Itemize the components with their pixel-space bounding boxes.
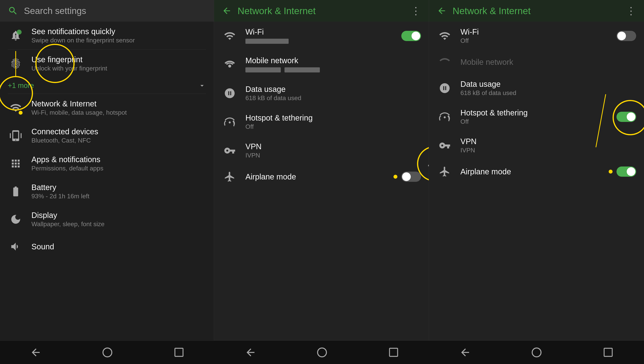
more-link[interactable]: +1 more: [0, 78, 214, 94]
apps-subtitle: Permissions, default apps: [32, 165, 206, 172]
svg-rect-9: [604, 348, 612, 356]
middle-airplane-title: Airplane mode: [246, 172, 394, 181]
middle-airplane-item[interactable]: Airplane mode: [214, 165, 429, 188]
right-vpn-icon: [437, 140, 452, 151]
right-back-button[interactable]: [437, 6, 447, 16]
notifications-title: See notifications quickly: [32, 27, 206, 36]
right-airplane-text: Airplane mode: [460, 167, 609, 176]
network-subtitle: Wi-Fi, mobile, data usage, hotspot: [32, 109, 206, 116]
middle-vpn-title: VPN: [246, 142, 421, 151]
middle-vpn-icon: [222, 145, 238, 156]
right-airplane-icon: [437, 166, 452, 178]
left-recents-button[interactable]: [171, 344, 187, 360]
middle-nav-section: [214, 340, 429, 364]
right-airplane-toggle[interactable]: [616, 166, 636, 177]
middle-vpn-text: VPN IVPN: [246, 142, 421, 159]
left-home-button[interactable]: [100, 344, 115, 360]
fingerprint-subtitle: Unlock with your fingerprint: [32, 65, 206, 72]
right-recents-button[interactable]: [600, 344, 616, 360]
right-data-title: Data usage: [460, 80, 636, 88]
middle-hotspot-text: Hotspot & tethering Off: [246, 114, 421, 130]
left-back-button[interactable]: [28, 344, 44, 360]
middle-wifi-text: Wi-Fi: [246, 28, 401, 44]
right-airplane-item[interactable]: Airplane mode: [429, 160, 644, 183]
middle-airplane-dot: [394, 175, 398, 179]
connected-item[interactable]: Connected devices Bluetooth, Cast, NFC: [0, 122, 214, 150]
middle-back-button[interactable]: [222, 6, 232, 16]
middle-hotspot-title: Hotspot & tethering: [246, 114, 421, 122]
svg-point-4: [103, 348, 112, 357]
right-vpn-item[interactable]: VPN IVPN: [429, 131, 644, 160]
connected-subtitle: Bluetooth, Cast, NFC: [32, 137, 206, 144]
right-vpn-title: VPN: [460, 137, 636, 146]
right-more-button[interactable]: ⋮: [626, 5, 636, 17]
right-wifi-toggle[interactable]: [616, 31, 636, 41]
search-input-placeholder[interactable]: Search settings: [24, 6, 86, 16]
right-network-panel: Network & Internet ⋮ Wi-Fi Off: [429, 0, 644, 340]
middle-recents-button[interactable]: [386, 344, 401, 360]
display-text: Display Wallpaper, sleep, font size: [32, 211, 206, 228]
svg-point-6: [318, 348, 326, 357]
middle-hotspot-icon: [222, 116, 238, 128]
middle-data-subtitle: 618 kB of data used: [246, 94, 421, 102]
right-back-button[interactable]: [457, 344, 473, 360]
middle-hotspot-subtitle: Off: [246, 123, 421, 130]
apps-icon: [8, 156, 24, 172]
right-hotspot-item[interactable]: Hotspot & tethering Off: [429, 102, 644, 131]
middle-wifi-item[interactable]: Wi-Fi: [214, 22, 429, 50]
middle-airplane-text: Airplane mode: [246, 172, 394, 181]
right-home-button[interactable]: [529, 344, 544, 360]
sound-item[interactable]: Sound: [0, 233, 214, 260]
middle-mobile-subtitle: [246, 66, 421, 73]
right-mobile-item[interactable]: Mobile network: [429, 50, 644, 74]
apps-item[interactable]: Apps & notifications Permissions, defaul…: [0, 150, 214, 178]
battery-subtitle: 93% - 2d 1h 16m left: [32, 192, 206, 200]
middle-data-icon: [222, 87, 238, 99]
middle-hotspot-item[interactable]: Hotspot & tethering Off: [214, 108, 429, 136]
battery-title: Battery: [32, 183, 206, 192]
middle-data-item[interactable]: Data usage 618 kB of data used: [214, 79, 429, 108]
middle-more-button[interactable]: ⋮: [411, 5, 421, 17]
battery-item[interactable]: Battery 93% - 2d 1h 16m left: [0, 178, 214, 205]
connected-title: Connected devices: [32, 127, 206, 136]
display-icon: [8, 212, 24, 227]
right-hotspot-subtitle: Off: [460, 118, 616, 125]
right-wifi-icon: [437, 30, 452, 42]
network-item[interactable]: Network & Internet Wi-Fi, mobile, data u…: [0, 94, 214, 122]
notifications-item[interactable]: See notifications quickly Swipe down on …: [0, 22, 214, 50]
wifi-signal-icon: [8, 100, 24, 116]
right-airplane-dot: [609, 170, 612, 174]
middle-wifi-title: Wi-Fi: [246, 28, 401, 36]
middle-wifi-icon: [222, 30, 238, 42]
right-airplane-title: Airplane mode: [460, 167, 609, 176]
apps-text: Apps & notifications Permissions, defaul…: [32, 155, 206, 172]
right-hotspot-toggle[interactable]: [616, 112, 636, 122]
right-mobile-icon: [437, 56, 452, 68]
middle-wifi-toggle[interactable]: [401, 31, 421, 41]
middle-home-button[interactable]: [314, 344, 330, 360]
notification-icon: [8, 28, 24, 44]
middle-airplane-toggle[interactable]: [401, 172, 421, 182]
right-hotspot-icon: [437, 111, 452, 123]
search-bar[interactable]: Search settings: [0, 0, 214, 22]
display-subtitle: Wallpaper, sleep, font size: [32, 220, 206, 228]
sound-icon: [8, 239, 24, 254]
right-vpn-text: VPN IVPN: [460, 137, 636, 154]
more-label: +1 more: [8, 82, 34, 90]
middle-back-button[interactable]: [243, 344, 258, 360]
svg-rect-7: [390, 348, 398, 356]
left-nav-section: [0, 340, 214, 364]
right-wifi-title: Wi-Fi: [460, 28, 616, 36]
right-wifi-text: Wi-Fi Off: [460, 28, 616, 44]
display-item[interactable]: Display Wallpaper, sleep, font size: [0, 205, 214, 233]
middle-data-text: Data usage 618 kB of data used: [246, 85, 421, 102]
middle-vpn-subtitle: IVPN: [246, 152, 421, 159]
fingerprint-item[interactable]: Use fingerprint Unlock with your fingerp…: [0, 50, 214, 78]
connected-text: Connected devices Bluetooth, Cast, NFC: [32, 127, 206, 144]
middle-mobile-item[interactable]: Mobile network: [214, 50, 429, 79]
right-data-item[interactable]: Data usage 618 kB of data used: [429, 74, 644, 102]
right-data-text: Data usage 618 kB of data used: [460, 80, 636, 96]
middle-vpn-item[interactable]: VPN IVPN: [214, 136, 429, 165]
right-wifi-item[interactable]: Wi-Fi Off: [429, 22, 644, 50]
right-data-icon: [437, 82, 452, 94]
